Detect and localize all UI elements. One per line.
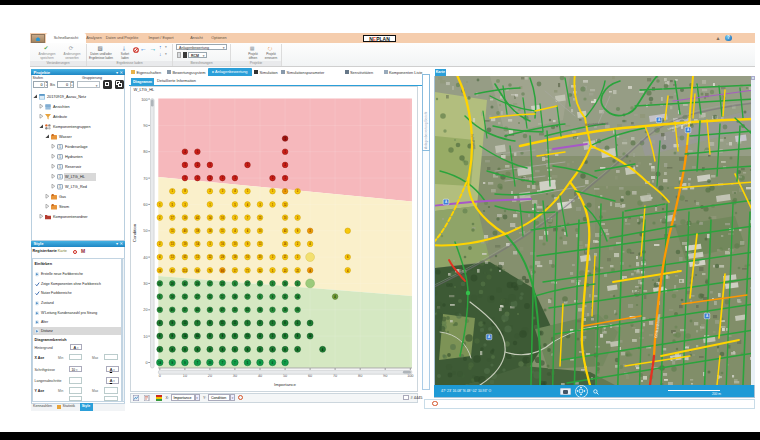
svg-text:40: 40 bbox=[143, 256, 147, 260]
svg-text:20: 20 bbox=[143, 308, 147, 312]
svg-text:70: 70 bbox=[143, 177, 147, 181]
svg-text:60: 60 bbox=[143, 203, 147, 207]
svg-text:1: 1 bbox=[59, 175, 61, 179]
svg-text:1: 1 bbox=[59, 155, 61, 159]
svg-text:100: 100 bbox=[141, 98, 147, 102]
svg-text:1: 1 bbox=[59, 165, 61, 169]
svg-text:1: 1 bbox=[59, 145, 61, 149]
svg-text:10: 10 bbox=[143, 335, 147, 339]
svg-text:80: 80 bbox=[143, 150, 147, 154]
svg-text:30: 30 bbox=[143, 282, 147, 286]
svg-text:90: 90 bbox=[143, 124, 147, 128]
svg-text:1: 1 bbox=[59, 185, 61, 189]
svg-text:Condition: Condition bbox=[132, 223, 137, 242]
svg-text:113: 113 bbox=[183, 269, 188, 273]
svg-text:50: 50 bbox=[143, 229, 147, 233]
svg-text:Importance: Importance bbox=[274, 382, 297, 387]
svg-text:0: 0 bbox=[145, 361, 147, 365]
